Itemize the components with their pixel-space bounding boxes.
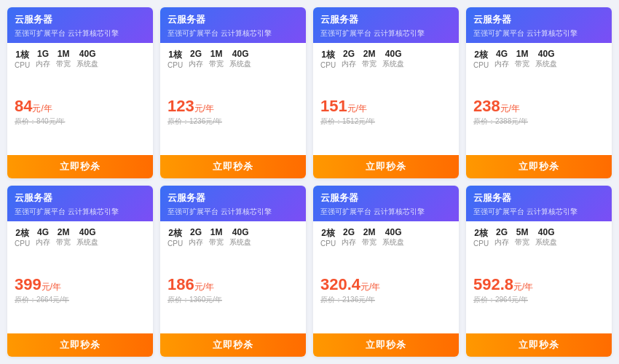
- price-unit-3: 元/年: [500, 103, 520, 114]
- spec-bandwidth-0: 1M 带宽: [56, 49, 71, 69]
- spec-disk-0: 40G 系统盘: [76, 49, 98, 69]
- specs-7: 2核 CPU 2G 内存 5M 带宽 40G 系统盘: [473, 227, 604, 248]
- product-card-2: 云服务器 至强可扩展平台 云计算核芯引擎 1核 CPU 2G 内存 2M 带宽 …: [313, 7, 459, 178]
- price-5: 186元/年: [167, 276, 299, 293]
- spec-cpu-6: 2核 CPU: [320, 227, 336, 248]
- spec-mem-3: 4G 内存: [494, 49, 509, 69]
- card-grid: 云服务器 至强可扩展平台 云计算核芯引擎 1核 CPU 1G 内存 1M 带宽 …: [0, 0, 619, 364]
- card-subtitle-4: 至强可扩展平台 云计算核芯引擎: [15, 207, 146, 217]
- spec-bandwidth-2: 2M 带宽: [362, 49, 376, 69]
- buy-button-0[interactable]: 立即秒杀: [7, 155, 153, 178]
- specs-0: 1核 CPU 1G 内存 1M 带宽 40G 系统盘: [15, 49, 146, 69]
- original-price-3: 原价：2388元/年: [473, 116, 604, 127]
- price-unit-0: 元/年: [32, 103, 52, 114]
- price-1: 123元/年: [167, 98, 299, 115]
- spec-bandwidth-7: 5M 带宽: [515, 227, 529, 248]
- spec-cpu-3: 2核 CPU: [473, 49, 489, 69]
- specs-2: 1核 CPU 2G 内存 2M 带宽 40G 系统盘: [320, 49, 452, 69]
- card-body-5: 2核 CPU 2G 内存 1M 带宽 40G 系统盘 186元/年: [160, 221, 306, 333]
- card-body-0: 1核 CPU 1G 内存 1M 带宽 40G 系统盘 84元/年: [7, 43, 153, 155]
- buy-button-3[interactable]: 立即秒杀: [466, 155, 612, 178]
- specs-3: 2核 CPU 4G 内存 1M 带宽 40G 系统盘: [473, 49, 604, 69]
- spec-bandwidth-1: 1M 带宽: [209, 49, 224, 69]
- price-section-2: 151元/年 原价：1512元/年: [320, 72, 452, 152]
- buy-button-7[interactable]: 立即秒杀: [466, 333, 612, 357]
- card-body-6: 2核 CPU 2G 内存 2M 带宽 40G 系统盘 320.4元/: [313, 221, 459, 333]
- product-card-7: 云服务器 至强可扩展平台 云计算核芯引擎 2核 CPU 2G 内存 5M 带宽 …: [466, 186, 612, 357]
- card-subtitle-7: 至强可扩展平台 云计算核芯引擎: [473, 207, 604, 217]
- card-body-7: 2核 CPU 2G 内存 5M 带宽 40G 系统盘 592.8元/: [466, 221, 612, 333]
- card-header-6: 云服务器 至强可扩展平台 云计算核芯引擎: [313, 186, 459, 221]
- spec-mem-1: 2G 内存: [189, 49, 203, 69]
- original-price-0: 原价：840元/年: [15, 116, 146, 127]
- original-price-7: 原价：2964元/年: [473, 295, 604, 305]
- card-body-1: 1核 CPU 2G 内存 1M 带宽 40G 系统盘 123元/年: [160, 43, 306, 155]
- card-subtitle-1: 至强可扩展平台 云计算核芯引擎: [167, 28, 299, 39]
- card-title-7: 云服务器: [473, 191, 604, 205]
- buy-button-2[interactable]: 立即秒杀: [313, 155, 459, 178]
- specs-1: 1核 CPU 2G 内存 1M 带宽 40G 系统盘: [167, 49, 299, 69]
- spec-cpu-5: 2核 CPU: [167, 227, 183, 248]
- spec-mem-5: 2G 内存: [189, 227, 203, 248]
- original-price-6: 原价：2136元/年: [320, 295, 452, 305]
- price-unit-2: 元/年: [347, 103, 367, 114]
- spec-disk-5: 40G 系统盘: [229, 227, 251, 248]
- price-4: 399元/年: [15, 276, 146, 293]
- card-title-5: 云服务器: [167, 191, 299, 205]
- buy-button-1[interactable]: 立即秒杀: [160, 155, 306, 178]
- price-3: 238元/年: [473, 98, 604, 115]
- spec-mem-2: 2G 内存: [342, 49, 356, 69]
- card-title-3: 云服务器: [473, 13, 604, 26]
- spec-bandwidth-3: 1M 带宽: [515, 49, 529, 69]
- price-section-3: 238元/年 原价：2388元/年: [473, 72, 604, 152]
- price-section-6: 320.4元/年 原价：2136元/年: [320, 250, 452, 331]
- price-unit-5: 元/年: [194, 282, 214, 292]
- card-subtitle-0: 至强可扩展平台 云计算核芯引擎: [15, 28, 146, 39]
- spec-cpu-1: 1核 CPU: [167, 49, 183, 69]
- card-header-3: 云服务器 至强可扩展平台 云计算核芯引擎: [466, 7, 612, 43]
- card-title-4: 云服务器: [15, 191, 146, 205]
- card-subtitle-5: 至强可扩展平台 云计算核芯引擎: [167, 207, 299, 217]
- spec-disk-3: 40G 系统盘: [535, 49, 557, 69]
- price-section-0: 84元/年 原价：840元/年: [15, 72, 146, 152]
- card-header-7: 云服务器 至强可扩展平台 云计算核芯引擎: [466, 186, 612, 221]
- card-header-1: 云服务器 至强可扩展平台 云计算核芯引擎: [160, 7, 306, 43]
- price-section-1: 123元/年 原价：1236元/年: [167, 72, 299, 152]
- card-title-6: 云服务器: [320, 191, 452, 205]
- card-body-2: 1核 CPU 2G 内存 2M 带宽 40G 系统盘 151元/年: [313, 43, 459, 155]
- spec-cpu-4: 2核 CPU: [15, 227, 30, 248]
- card-header-4: 云服务器 至强可扩展平台 云计算核芯引擎: [7, 186, 153, 221]
- specs-4: 2核 CPU 4G 内存 2M 带宽 40G 系统盘: [15, 227, 146, 248]
- specs-5: 2核 CPU 2G 内存 1M 带宽 40G 系统盘: [167, 227, 299, 248]
- spec-bandwidth-4: 2M 带宽: [56, 227, 71, 248]
- product-card-5: 云服务器 至强可扩展平台 云计算核芯引擎 2核 CPU 2G 内存 1M 带宽 …: [160, 186, 306, 357]
- spec-disk-2: 40G 系统盘: [382, 49, 404, 69]
- price-6: 320.4元/年: [320, 276, 452, 293]
- price-unit-6: 元/年: [360, 282, 380, 292]
- original-price-5: 原价：1360元/年: [167, 295, 299, 305]
- original-price-4: 原价：2664元/年: [15, 295, 146, 305]
- price-unit-7: 元/年: [513, 282, 533, 292]
- card-header-0: 云服务器 至强可扩展平台 云计算核芯引擎: [7, 7, 153, 43]
- spec-cpu-0: 1核 CPU: [15, 49, 30, 69]
- product-card-6: 云服务器 至强可扩展平台 云计算核芯引擎 2核 CPU 2G 内存 2M 带宽 …: [313, 186, 459, 357]
- card-subtitle-3: 至强可扩展平台 云计算核芯引擎: [473, 28, 604, 39]
- price-unit-4: 元/年: [42, 282, 61, 292]
- buy-button-6[interactable]: 立即秒杀: [313, 333, 459, 357]
- spec-cpu-2: 1核 CPU: [320, 49, 336, 69]
- spec-bandwidth-5: 1M 带宽: [209, 227, 224, 248]
- spec-cpu-7: 2核 CPU: [473, 227, 489, 248]
- spec-bandwidth-6: 2M 带宽: [362, 227, 376, 248]
- spec-mem-7: 2G 内存: [494, 227, 509, 248]
- specs-6: 2核 CPU 2G 内存 2M 带宽 40G 系统盘: [320, 227, 452, 248]
- buy-button-5[interactable]: 立即秒杀: [160, 333, 306, 357]
- card-subtitle-2: 至强可扩展平台 云计算核芯引擎: [320, 28, 452, 39]
- product-card-3: 云服务器 至强可扩展平台 云计算核芯引擎 2核 CPU 4G 内存 1M 带宽 …: [466, 7, 612, 178]
- buy-button-4[interactable]: 立即秒杀: [7, 333, 153, 357]
- card-title-2: 云服务器: [320, 13, 452, 26]
- price-section-7: 592.8元/年 原价：2964元/年: [473, 250, 604, 331]
- spec-disk-6: 40G 系统盘: [382, 227, 404, 248]
- price-section-4: 399元/年 原价：2664元/年: [15, 250, 146, 331]
- spec-disk-1: 40G 系统盘: [229, 49, 251, 69]
- card-body-4: 2核 CPU 4G 内存 2M 带宽 40G 系统盘 399元/年: [7, 221, 153, 333]
